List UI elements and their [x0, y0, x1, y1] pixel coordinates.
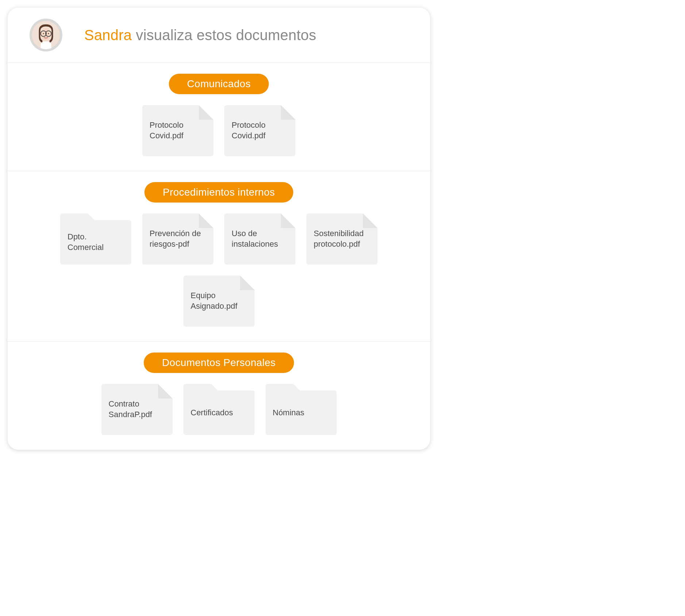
folder-item[interactable]: Certificados: [183, 390, 255, 435]
file-item[interactable]: Protocolo Covid.pdf: [224, 105, 295, 156]
items-row: Contrato SandraP.pdfCertificadosNóminas: [22, 384, 415, 435]
section-title-pill: Procedimientos internos: [144, 182, 293, 203]
card-header: Sandra visualiza estos documentos: [8, 8, 430, 62]
section-title-pill: Documentos Personales: [144, 353, 294, 373]
item-label: Prevención de riesgos-pdf: [150, 228, 206, 249]
documents-card: Sandra visualiza estos documentos Comuni…: [7, 7, 430, 450]
items-row: Protocolo Covid.pdfProtocolo Covid.pdf: [22, 105, 415, 156]
item-label: Uso de instalaciones: [232, 228, 288, 249]
section-title-pill: Comunicados: [169, 74, 269, 94]
avatar: [30, 19, 62, 51]
svg-point-6: [48, 33, 49, 34]
items-row: Dpto. ComercialPrevención de riesgos-pdf…: [22, 213, 415, 327]
item-label: Protocolo Covid.pdf: [150, 120, 206, 141]
file-item[interactable]: Contrato SandraP.pdf: [101, 384, 173, 435]
file-item[interactable]: Prevención de riesgos-pdf: [142, 213, 213, 265]
file-item[interactable]: Sostenibilidad protocolo.pdf: [306, 213, 378, 265]
avatar-image: [32, 21, 60, 49]
title-rest: visualiza estos documentos: [132, 27, 316, 43]
folder-item[interactable]: Dpto. Comercial: [60, 220, 131, 265]
item-label: Equipo Asignado.pdf: [191, 290, 247, 311]
item-label: Sostenibilidad protocolo.pdf: [314, 228, 370, 249]
file-item[interactable]: Protocolo Covid.pdf: [142, 105, 213, 156]
section: Procedimientos internosDpto. ComercialPr…: [8, 171, 430, 341]
title-name: Sandra: [84, 27, 132, 43]
item-label: Nóminas: [273, 408, 305, 418]
file-item[interactable]: Uso de instalaciones: [224, 213, 295, 265]
page-title: Sandra visualiza estos documentos: [84, 27, 316, 43]
item-label: Contrato SandraP.pdf: [109, 399, 165, 420]
svg-point-5: [43, 33, 44, 34]
item-label: Dpto. Comercial: [67, 232, 124, 253]
section: Documentos PersonalesContrato SandraP.pd…: [8, 341, 430, 450]
item-label: Certificados: [191, 408, 233, 418]
section: ComunicadosProtocolo Covid.pdfProtocolo …: [8, 62, 430, 171]
folder-item[interactable]: Nóminas: [266, 390, 337, 435]
file-item[interactable]: Equipo Asignado.pdf: [183, 276, 255, 327]
item-label: Protocolo Covid.pdf: [232, 120, 288, 141]
